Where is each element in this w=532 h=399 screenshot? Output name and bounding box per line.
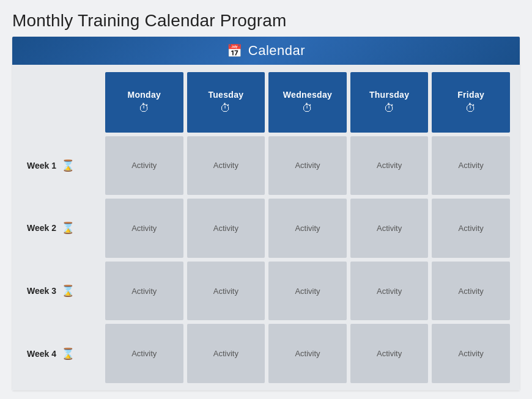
monday-timer-icon: ⏱ <box>139 102 150 115</box>
week-2-label: Week 2 ⌛ <box>22 199 102 258</box>
week-2-thursday-cell[interactable]: Activity <box>350 199 429 258</box>
tuesday-timer-icon: ⏱ <box>220 102 231 115</box>
week-1-hourglass-icon: ⌛ <box>61 159 75 172</box>
calendar-body: Monday ⏱ Tuesday ⏱ Wednesday ⏱ Thursday … <box>12 65 520 390</box>
week-4-thursday-cell[interactable]: Activity <box>350 324 429 383</box>
week-2-hourglass-icon: ⌛ <box>61 221 75 235</box>
week-4-label: Week 4 ⌛ <box>22 324 102 383</box>
week-2-friday-cell[interactable]: Activity <box>432 199 510 258</box>
week-1-thursday-cell[interactable]: Activity <box>350 136 429 196</box>
week-1-monday-cell[interactable]: Activity <box>105 136 183 196</box>
week-3-wednesday-cell[interactable]: Activity <box>268 262 347 321</box>
header-empty-cell <box>22 72 102 133</box>
calendar-container: 📅 Calendar Monday ⏱ Tuesday ⏱ Wednesday … <box>12 37 520 390</box>
week-4-hourglass-icon: ⌛ <box>61 347 75 361</box>
thursday-timer-icon: ⏱ <box>384 102 395 115</box>
week-2-monday-cell[interactable]: Activity <box>105 199 183 258</box>
calendar-header-bar: 📅 Calendar <box>12 37 520 65</box>
week-1-tuesday-cell[interactable]: Activity <box>187 136 265 196</box>
week-1-friday-cell[interactable]: Activity <box>432 136 510 196</box>
calendar-grid: Monday ⏱ Tuesday ⏱ Wednesday ⏱ Thursday … <box>22 72 510 383</box>
week-3-hourglass-icon: ⌛ <box>61 284 75 298</box>
week-3-friday-cell[interactable]: Activity <box>432 262 510 321</box>
week-2-wednesday-cell[interactable]: Activity <box>268 199 347 258</box>
week-3-thursday-cell[interactable]: Activity <box>350 262 429 321</box>
friday-timer-icon: ⏱ <box>465 102 476 115</box>
week-4-monday-cell[interactable]: Activity <box>105 324 183 383</box>
week-1-wednesday-cell[interactable]: Activity <box>268 136 347 196</box>
page-title: Monthly Training Calendar Program <box>12 11 520 31</box>
day-header-tuesday: Tuesday ⏱ <box>187 72 265 133</box>
week-2-tuesday-cell[interactable]: Activity <box>187 199 265 258</box>
day-header-monday: Monday ⏱ <box>105 72 183 133</box>
page: Monthly Training Calendar Program 📅 Cale… <box>0 0 532 399</box>
week-4-friday-cell[interactable]: Activity <box>432 324 510 383</box>
week-4-wednesday-cell[interactable]: Activity <box>268 324 347 383</box>
wednesday-timer-icon: ⏱ <box>302 102 313 115</box>
week-4-tuesday-cell[interactable]: Activity <box>187 324 265 383</box>
day-header-friday: Friday ⏱ <box>432 72 510 133</box>
calendar-title: Calendar <box>248 43 305 59</box>
day-header-wednesday: Wednesday ⏱ <box>268 72 347 133</box>
calendar-icon: 📅 <box>227 43 242 58</box>
week-3-tuesday-cell[interactable]: Activity <box>187 262 265 321</box>
week-3-label: Week 3 ⌛ <box>22 262 102 321</box>
week-3-monday-cell[interactable]: Activity <box>105 262 183 321</box>
day-header-thursday: Thursday ⏱ <box>350 72 429 133</box>
week-1-label: Week 1 ⌛ <box>22 136 102 196</box>
